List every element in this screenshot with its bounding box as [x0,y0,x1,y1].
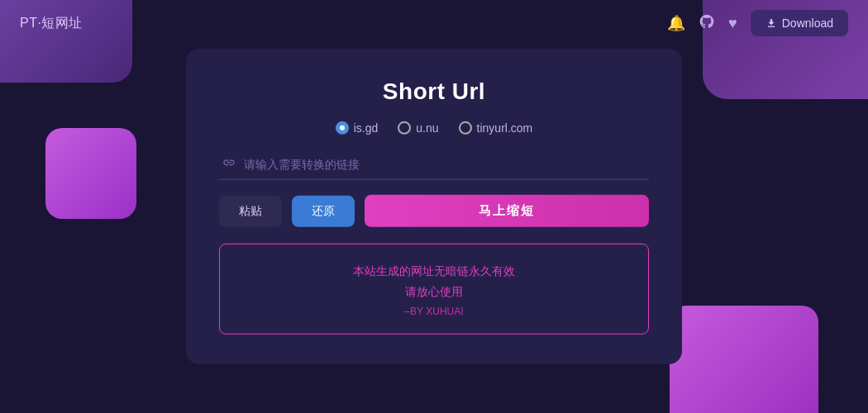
radio-unu[interactable]: u.nu [398,121,438,135]
radio-label-tinyurl: tinyurl.com [477,121,533,135]
radio-circle-isgd [336,121,349,135]
radio-group: is.gd u.nu tinyurl.com [219,121,649,135]
url-input-row [219,150,649,180]
radio-tinyurl[interactable]: tinyurl.com [459,121,533,135]
download-icon [765,17,777,29]
shorten-button[interactable]: 马上缩短 [365,195,649,227]
button-row: 粘贴 还原 马上缩短 [219,195,649,227]
info-box: 本站生成的网址无暗链永久有效 请放心使用 –BY XUHUAI [219,244,649,335]
bell-icon[interactable]: 🔔 [667,14,685,32]
info-line-3: –BY XUHUAI [236,306,632,317]
header: PT·短网址 🔔 ♥ Download [0,0,868,46]
link-icon [222,156,236,173]
header-actions: 🔔 ♥ Download [667,10,848,36]
blob-mid-left [45,128,136,219]
radio-isgd[interactable]: is.gd [336,121,379,135]
radio-label-isgd: is.gd [354,121,379,135]
radio-circle-tinyurl [459,121,472,135]
blob-bottom-right [670,306,818,413]
info-line-2: 请放心使用 [236,282,632,302]
main-card: Short Url is.gd u.nu tinyurl.com 粘贴 还原 [186,49,682,364]
heart-icon[interactable]: ♥ [728,15,737,32]
download-button[interactable]: Download [751,10,848,36]
url-input[interactable] [244,158,646,171]
paste-button[interactable]: 粘贴 [219,195,282,226]
restore-button[interactable]: 还原 [292,195,355,226]
github-icon[interactable] [699,13,715,34]
radio-label-unu: u.nu [416,121,438,135]
radio-circle-unu [398,121,411,135]
card-title: Short Url [219,78,649,105]
logo: PT·短网址 [20,15,83,32]
info-line-1: 本站生成的网址无暗链永久有效 [236,261,632,282]
